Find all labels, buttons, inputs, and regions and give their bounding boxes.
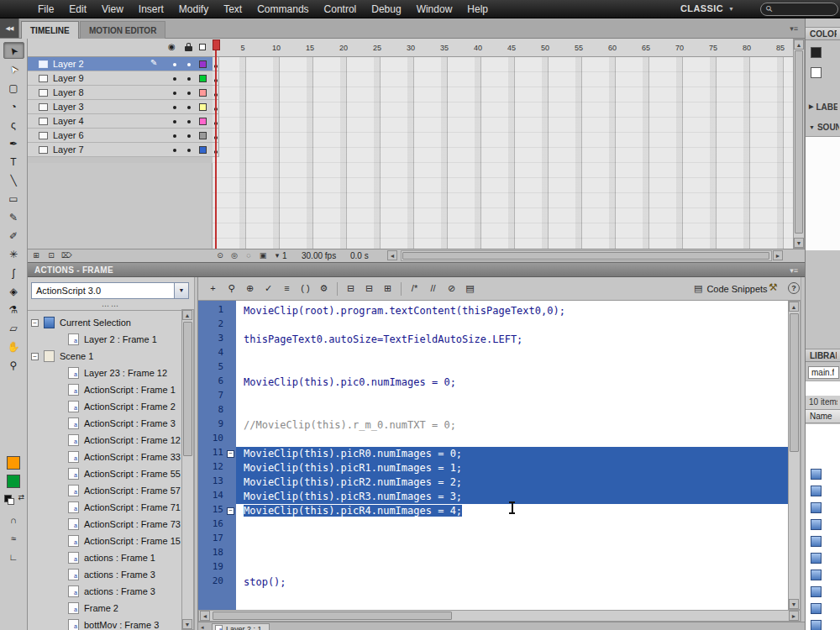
ruler-frame-65[interactable]: 65: [639, 44, 653, 52]
code-line[interactable]: [236, 318, 788, 333]
code-line[interactable]: [236, 547, 788, 561]
code-line[interactable]: //MovieClip(this).r_m_0.numTXT = 0;: [236, 418, 788, 433]
code-line[interactable]: MovieClip(this).picR0.numImages = 0;: [236, 447, 788, 461]
find-button[interactable]: ⚲: [223, 281, 239, 297]
tab-color-panel[interactable]: COLOR: [806, 27, 840, 40]
code-line[interactable]: [236, 404, 788, 418]
scrollbar-thumb[interactable]: [183, 322, 192, 456]
tree-item[interactable]: aLayer 23 : Frame 12: [29, 365, 181, 381]
ruler-frame-30[interactable]: 30: [404, 44, 417, 52]
tree-item[interactable]: aFrame 2: [29, 600, 181, 617]
code-line[interactable]: stop();: [236, 575, 788, 590]
swap-colors-button[interactable]: ⇄: [18, 493, 24, 501]
tree-item[interactable]: aActionScript : Frame 3: [29, 415, 181, 432]
outline-layers-icon[interactable]: [199, 44, 206, 50]
tree-item[interactable]: aActionScript : Frame 73: [29, 516, 181, 533]
layer-lock-dot[interactable]: [187, 120, 191, 123]
timeline-horizontal-scrollbar[interactable]: [401, 250, 772, 261]
layer-visibility-dot[interactable]: [173, 120, 176, 123]
layer-row[interactable]: Layer 4: [28, 114, 213, 129]
debug-options-button[interactable]: ⚙: [316, 281, 332, 297]
timeline-frame-ruler[interactable]: 510152025303540455055606570758085: [213, 39, 793, 57]
code-fold-icon[interactable]: −: [227, 450, 234, 458]
snap-to-objects-button[interactable]: ∩: [3, 511, 24, 528]
library-item[interactable]: [806, 500, 840, 517]
label-section-header[interactable]: ▶ LABEL: [806, 99, 840, 114]
onion-skin-outlines-button[interactable]: ◌: [243, 250, 255, 261]
library-item[interactable]: [806, 483, 840, 500]
hand-tool[interactable]: ✋: [3, 338, 24, 354]
ruler-frame-55[interactable]: 55: [572, 44, 585, 52]
zoom-tool[interactable]: ⚲: [3, 356, 24, 373]
scrollbar-thumb[interactable]: [795, 50, 803, 234]
deco-tool[interactable]: ✳: [3, 245, 24, 262]
scrollbar-thumb[interactable]: [402, 252, 769, 260]
paint-bucket-tool[interactable]: ◈: [3, 282, 24, 299]
collapse-selection-button[interactable]: ⊟: [361, 281, 377, 297]
menu-window[interactable]: Window: [409, 0, 460, 18]
show-hide-layers-icon[interactable]: ◉: [168, 42, 176, 51]
straighten-button[interactable]: ∟: [3, 548, 24, 564]
eyedropper-tool[interactable]: ⚗: [3, 301, 24, 318]
fps-value[interactable]: 30.00 fps: [302, 251, 336, 260]
code-editor[interactable]: MovieClip(root).program.textContent(this…: [236, 301, 788, 610]
ruler-frame-50[interactable]: 50: [538, 44, 552, 52]
code-vertical-scrollbar[interactable]: ▲ ▼: [788, 301, 801, 610]
ruler-frame-35[interactable]: 35: [438, 44, 451, 52]
ruler-frame-75[interactable]: 75: [706, 44, 720, 52]
menu-help[interactable]: Help: [459, 0, 496, 18]
code-line[interactable]: [236, 561, 788, 575]
code-snippets-button[interactable]: ▤ Code Snippets: [694, 281, 768, 297]
tree-item[interactable]: abottMov : Frame 3: [29, 617, 181, 630]
code-line[interactable]: MovieClip(this).picR2.numImages = 2;: [236, 475, 788, 490]
collapse-icon[interactable]: −: [31, 353, 39, 360]
layer-visibility-dot[interactable]: [173, 106, 176, 109]
layer-visibility-dot[interactable]: [173, 149, 176, 152]
fill-color-proxy[interactable]: [811, 67, 822, 78]
brush-tool[interactable]: ✐: [3, 227, 24, 244]
code-line[interactable]: MovieClip(root).program.textContent(this…: [236, 304, 788, 318]
ruler-frame-80[interactable]: 80: [740, 44, 753, 52]
code-line[interactable]: [236, 390, 788, 404]
library-item[interactable]: [806, 617, 840, 630]
apply-block-comment-button[interactable]: /*: [407, 281, 423, 297]
bone-tool[interactable]: ʃ: [3, 264, 24, 281]
tree-item[interactable]: aActionScript : Frame 55: [29, 465, 181, 482]
code-line[interactable]: [236, 518, 788, 533]
ruler-frame-15[interactable]: 15: [303, 44, 317, 52]
tree-item[interactable]: aActionScript : Frame 33: [29, 449, 181, 465]
ruler-frame-10[interactable]: 10: [270, 44, 283, 52]
scroll-up-icon[interactable]: ▲: [789, 302, 799, 312]
library-item[interactable]: [806, 601, 840, 617]
subselection-tool[interactable]: ➤: [3, 60, 24, 77]
layer-color-swatch[interactable]: [199, 132, 207, 139]
layer-row[interactable]: Layer 3: [28, 100, 213, 114]
line-tool[interactable]: ╲: [3, 171, 24, 188]
scroll-down-icon[interactable]: ▼: [789, 599, 799, 609]
menu-modify[interactable]: Modify: [171, 0, 216, 18]
lasso-tool[interactable]: ς: [3, 116, 24, 133]
tab-library-panel[interactable]: LIBRARY: [806, 349, 840, 362]
layer-lock-dot[interactable]: [187, 149, 191, 152]
modify-markers-button[interactable]: ▾: [271, 250, 283, 261]
layer-row[interactable]: Layer 9: [28, 71, 213, 86]
menu-debug[interactable]: Debug: [364, 0, 408, 18]
show-hide-toolbox-button[interactable]: ▤: [462, 281, 478, 297]
ruler-frame-60[interactable]: 60: [606, 44, 619, 52]
ruler-frame-45[interactable]: 45: [505, 44, 518, 52]
onion-skin-button[interactable]: ◎: [228, 250, 240, 261]
remove-comment-button[interactable]: ⊘: [444, 281, 459, 297]
sound-section-header[interactable]: ▼ SOUND: [806, 119, 840, 134]
playhead[interactable]: [213, 39, 220, 50]
library-name-column-header[interactable]: Name: [806, 409, 840, 423]
layer-color-swatch[interactable]: [199, 89, 207, 97]
layer-lock-dot[interactable]: [187, 134, 191, 138]
layer-color-swatch[interactable]: [199, 146, 207, 154]
layer-lock-dot[interactable]: [187, 77, 191, 81]
tab-motion-editor[interactable]: MOTION EDITOR: [80, 21, 165, 39]
collapse-panels-button[interactable]: ◀◀: [0, 18, 19, 38]
rectangle-tool[interactable]: ▭: [3, 190, 24, 207]
scroll-right-icon[interactable]: ►: [789, 611, 799, 621]
3d-rotation-tool[interactable]: ◔: [3, 97, 24, 114]
menu-insert[interactable]: Insert: [131, 0, 171, 18]
